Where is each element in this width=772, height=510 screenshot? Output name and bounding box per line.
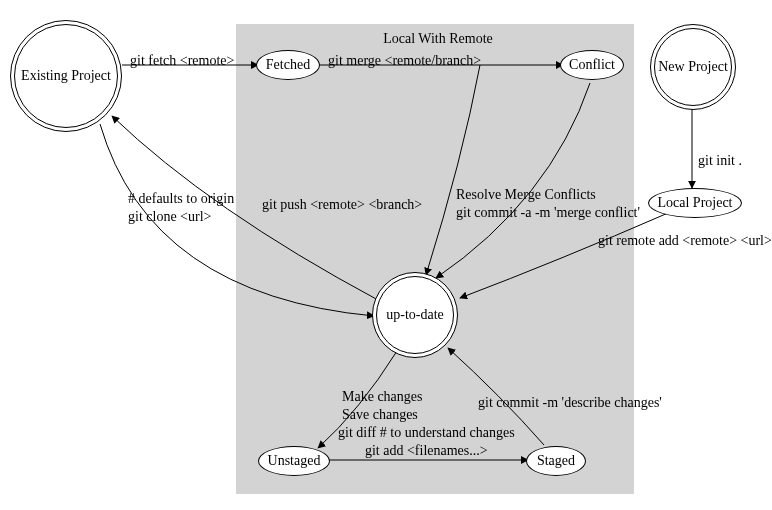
edge-label-add: git diff # to understand changes git add… <box>338 424 515 459</box>
node-new-project: New Project <box>650 24 736 110</box>
node-staged: Staged <box>526 446 586 476</box>
node-label: New Project <box>654 59 732 75</box>
edge-label-fetch: git fetch <remote> <box>130 52 234 70</box>
edge-label-init: git init . <box>698 152 742 170</box>
edge-label-resolve: Resolve Merge Conflicts git commit -a -m… <box>456 186 640 221</box>
diagram-canvas: Local With Remote Existing Project <box>0 0 772 510</box>
edge-remote-add <box>460 213 668 298</box>
node-label: up-to-date <box>382 307 448 323</box>
edge-label-commit: git commit -m 'describe changes' <box>478 394 662 412</box>
node-label: Conflict <box>565 57 619 73</box>
node-conflict: Conflict <box>560 50 624 80</box>
edge-merge-uptodate <box>426 65 480 275</box>
node-unstaged: Unstaged <box>258 446 330 476</box>
edge-label-push: git push <remote> <branch> <box>262 196 422 214</box>
edge-resolve <box>436 83 590 278</box>
edge-label-merge: git merge <remote/branch> <box>328 52 481 70</box>
edge-label-remote-add: git remote add <remote> <url> <box>598 232 772 250</box>
node-fetched: Fetched <box>256 50 320 80</box>
node-label: Unstaged <box>264 453 325 469</box>
node-up-to-date: up-to-date <box>372 272 458 358</box>
edge-label-make: Make changes Save changes <box>342 388 422 423</box>
node-existing-project: Existing Project <box>10 20 122 132</box>
node-label: Existing Project <box>17 68 115 84</box>
edge-label-clone: # defaults to origin git clone <url> <box>128 190 234 225</box>
node-label: Fetched <box>262 57 314 73</box>
node-local-project: Local Project <box>648 188 742 218</box>
node-label: Local Project <box>653 195 736 211</box>
node-label: Staged <box>533 453 579 469</box>
